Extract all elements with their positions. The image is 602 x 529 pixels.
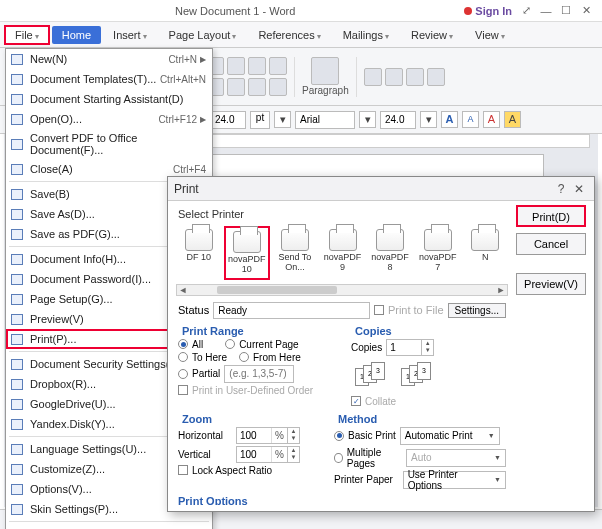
print-options-title: Print Options	[178, 495, 510, 505]
menu-item-icon	[9, 357, 25, 371]
dialog-close-icon[interactable]: ✕	[570, 182, 588, 196]
menu-item-icon	[9, 162, 25, 176]
auto-print-dropdown[interactable]: Automatic Print▼	[400, 427, 500, 445]
font-size-input-2[interactable]	[380, 111, 416, 129]
close-icon[interactable]: ✕	[576, 4, 596, 17]
menu-item-icon	[9, 332, 25, 346]
range-fromhere-radio[interactable]	[239, 352, 249, 362]
printer-item[interactable]: novaPDF 9	[320, 226, 366, 276]
tab-home[interactable]: Home	[52, 26, 101, 44]
printer-item[interactable]: novaPDF 10	[224, 226, 271, 280]
printer-options-dropdown[interactable]: Use Printer Options▼	[403, 471, 506, 489]
basic-print-radio[interactable]	[334, 431, 344, 441]
menu-item-shortcut: Ctrl+Alt+N	[160, 74, 206, 85]
align-justify-icon[interactable]	[269, 78, 287, 96]
indent-increase-icon[interactable]	[227, 57, 245, 75]
printer-item[interactable]: N	[462, 226, 508, 266]
status-dot-icon	[464, 7, 472, 15]
maximize-icon[interactable]: ☐	[556, 4, 576, 17]
range-current-radio[interactable]	[225, 339, 235, 349]
scrollbar-thumb[interactable]	[217, 286, 337, 294]
file-menu-item[interactable]: New(N)Ctrl+N▶	[6, 49, 212, 69]
menu-item-icon	[9, 482, 25, 496]
partial-input[interactable]	[224, 365, 294, 383]
size-dropdown-icon[interactable]: ▾	[420, 111, 437, 128]
cancel-button[interactable]: Cancel	[516, 233, 586, 255]
paragraph-label: Paragraph	[302, 85, 349, 96]
printer-settings-button[interactable]: Settings...	[448, 303, 506, 318]
bullet-list-icon[interactable]	[248, 57, 266, 75]
minimize-icon[interactable]: —	[536, 5, 556, 17]
font-size-input[interactable]	[210, 111, 246, 129]
help-icon[interactable]: ?	[552, 182, 570, 196]
expand-icon[interactable]: ⤢	[516, 4, 536, 17]
style-c-icon[interactable]	[406, 68, 424, 86]
tab-page-layout[interactable]: Page Layout▾	[159, 26, 247, 44]
menu-item-label: Convert PDF to Office Document(F)...	[30, 132, 206, 156]
align-right-icon[interactable]	[248, 78, 266, 96]
shrink-font-icon[interactable]: A	[462, 111, 479, 128]
style-b-icon[interactable]	[385, 68, 403, 86]
method-title: Method	[338, 413, 506, 425]
printer-scrollbar[interactable]: ◄ ►	[176, 284, 508, 296]
font-dropdown-icon[interactable]: ▾	[359, 111, 376, 128]
preview-button[interactable]: Preview(V)	[516, 273, 586, 295]
tab-references[interactable]: References▾	[248, 26, 330, 44]
printer-item[interactable]: novaPDF 8	[367, 226, 413, 276]
file-menu-item[interactable]: Document Templates(T)...Ctrl+Alt+N	[6, 69, 212, 89]
color-picker-icon[interactable]: ▾	[274, 111, 291, 128]
range-partial-radio[interactable]	[178, 369, 188, 379]
dialog-titlebar: Print ? ✕	[168, 177, 594, 201]
dialog-title: Print	[174, 182, 199, 196]
menu-item-icon	[9, 187, 25, 201]
printer-icon	[376, 229, 404, 251]
printer-icon	[424, 229, 452, 251]
menu-item-icon	[9, 207, 25, 221]
style-d-icon[interactable]	[427, 68, 445, 86]
tab-mailings[interactable]: Mailings▾	[333, 26, 399, 44]
range-all-radio[interactable]	[178, 339, 188, 349]
printer-item[interactable]: novaPDF 7	[415, 226, 461, 276]
lock-aspect-checkbox[interactable]	[178, 465, 188, 475]
style-a-icon[interactable]	[364, 68, 382, 86]
menu-item-label: Save(B)	[30, 188, 178, 200]
printer-item[interactable]: Send To On...	[272, 226, 318, 276]
menu-item-label: Open(O)...	[30, 113, 158, 125]
tab-insert[interactable]: Insert▾	[103, 26, 157, 44]
menu-item-icon	[9, 137, 25, 151]
paragraph-icon[interactable]	[311, 57, 339, 85]
file-menu-item[interactable]: Convert PDF to Office Document(F)...	[6, 129, 212, 159]
grow-font-icon[interactable]: A	[441, 111, 458, 128]
menu-bar: File▾ Home Insert▾ Page Layout▾ Referenc…	[0, 22, 602, 48]
file-menu-item[interactable]: Open(O)...Ctrl+F12▶	[6, 109, 212, 129]
menu-item-icon	[9, 252, 25, 266]
highlight-icon[interactable]: A	[504, 111, 521, 128]
number-list-icon[interactable]	[269, 57, 287, 75]
submenu-arrow-icon: ▶	[200, 115, 206, 124]
select-printer-label: Select Printer	[178, 208, 510, 220]
printer-item[interactable]: DF 10	[176, 226, 222, 266]
zoom-h-spinner[interactable]: %▲▼	[236, 427, 300, 444]
tab-view[interactable]: View▾	[465, 26, 515, 44]
collate-preview-1: 123	[355, 362, 391, 390]
printer-icon	[233, 231, 261, 253]
align-center-icon[interactable]	[227, 78, 245, 96]
copies-title: Copies	[355, 325, 506, 337]
scroll-left-icon[interactable]: ◄	[177, 285, 189, 295]
scroll-right-icon[interactable]: ►	[495, 285, 507, 295]
multiple-pages-radio[interactable]	[334, 453, 343, 463]
zoom-v-spinner[interactable]: %▲▼	[236, 446, 300, 463]
range-tohere-radio[interactable]	[178, 352, 188, 362]
file-menu-item[interactable]: Document Starting Assistant(D)	[6, 89, 212, 109]
menu-item-icon	[9, 92, 25, 106]
menu-item-label: Close(A)	[30, 163, 173, 175]
print-button[interactable]: Print(D)	[516, 205, 586, 227]
font-color-icon[interactable]: A	[483, 111, 500, 128]
signin-link[interactable]: Sign In	[464, 5, 516, 17]
printer-icon	[471, 229, 499, 251]
menu-item-shortcut: Ctrl+F4	[173, 164, 206, 175]
tab-review[interactable]: Review▾	[401, 26, 463, 44]
copies-spinner[interactable]: ▲▼	[386, 339, 434, 356]
font-name-input[interactable]	[295, 111, 355, 129]
tab-file[interactable]: File▾	[4, 25, 50, 45]
